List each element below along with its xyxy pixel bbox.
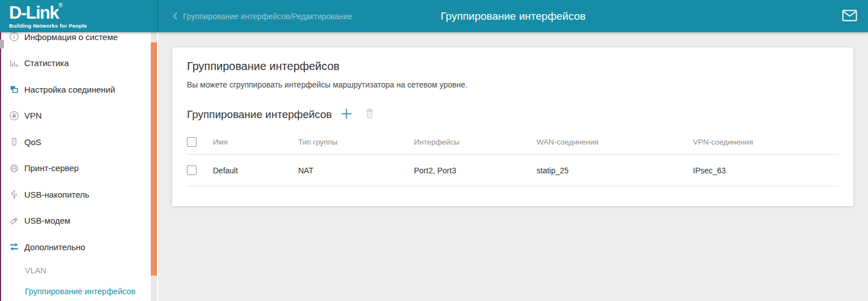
- top-header-bar: D-Link® Building Networks for People Гру…: [0, 0, 868, 32]
- select-all-cell: [187, 137, 213, 147]
- registered-mark: ®: [58, 2, 62, 8]
- sidebar-subitem-vlan[interactable]: VLAN: [0, 260, 158, 281]
- sidebar-item-system-info[interactable]: Информация о системе: [0, 32, 158, 50]
- table-header-row: Имя Тип группы Интерфейсы WAN-соединения…: [187, 130, 839, 155]
- breadcrumb-label: Группирование интерфейсов/Редактирование: [183, 12, 352, 21]
- delete-group-button[interactable]: [364, 108, 375, 121]
- row-checkbox[interactable]: [187, 165, 197, 175]
- sidebar-item-connection-setup[interactable]: Настройка соединений: [0, 76, 158, 103]
- brand-tagline: Building Networks for People: [9, 23, 158, 29]
- left-edge-strip: [0, 32, 1, 301]
- sidebar-item-print-server[interactable]: Принт-сервер: [0, 155, 158, 182]
- cell-group-type: NAT: [298, 166, 414, 175]
- section-title: Группирование интерфейсов: [187, 108, 332, 121]
- sidebar-item-label: QoS: [24, 137, 41, 147]
- select-all-checkbox[interactable]: [187, 137, 197, 147]
- sidebar-subitem-interface-grouping[interactable]: Группирование интерфейсов: [0, 281, 158, 301]
- breadcrumb-back-link[interactable]: Группирование интерфейсов/Редактирование: [169, 0, 356, 32]
- sidebar-scrollbar-track[interactable]: [151, 32, 157, 301]
- trash-icon: [364, 108, 375, 121]
- sidebar-item-vpn[interactable]: VPN: [0, 103, 158, 129]
- column-header-vpn-connections: VPN-соединения: [693, 138, 839, 146]
- sidebar-item-label: USB-модем: [24, 216, 71, 225]
- chevron-left-icon: [173, 12, 178, 20]
- sidebar: Информация о системе Статистика Нас: [0, 32, 158, 301]
- column-header-wan-connections: WAN-соединения: [536, 138, 693, 146]
- header-main-area: Группирование интерфейсов/Редактирование…: [158, 0, 868, 32]
- sidebar-item-usb-storage[interactable]: USB-накопитель: [0, 181, 158, 208]
- sidebar-item-advanced[interactable]: Дополнительно: [0, 234, 158, 260]
- info-circle-icon: [9, 32, 19, 42]
- envelope-icon: [842, 10, 857, 23]
- sidebar-item-qos[interactable]: QoS: [0, 129, 158, 155]
- sidebar-item-label: Дополнительно: [24, 242, 85, 252]
- sidebar-item-label: Статистика: [24, 58, 69, 68]
- sidebar-scrollbar-thumb[interactable]: [151, 42, 157, 276]
- connections-icon: [9, 84, 19, 94]
- sidebar-item-label: VPN: [24, 111, 42, 120]
- cell-wan-connections: statip_25: [536, 166, 693, 175]
- row-select-cell: [187, 165, 213, 175]
- main-content-area: Группирование интерфейсов Вы можете сгру…: [158, 32, 868, 301]
- cell-vpn-connections: IPsec_63: [693, 166, 839, 175]
- table-row[interactable]: Default NAT Port2, Port3 statip_25 IPsec…: [187, 155, 839, 186]
- dlink-logo: D-Link® Building Networks for People: [0, 0, 158, 32]
- bar-chart-icon: [9, 58, 19, 68]
- cell-name: Default: [213, 166, 298, 175]
- column-header-name: Имя: [213, 138, 298, 146]
- sidebar-menu: Информация о системе Статистика Нас: [0, 32, 158, 301]
- arrows-exchange-icon: [9, 242, 19, 252]
- plus-icon: [340, 107, 353, 122]
- sidebar-item-label: Настройка соединений: [24, 85, 115, 94]
- sidebar-item-label: Информация о системе: [24, 32, 118, 42]
- interface-grouping-card: Группирование интерфейсов Вы можете сгру…: [172, 47, 853, 206]
- column-header-interfaces: Интерфейсы: [414, 138, 536, 146]
- sidebar-subitem-label: VLAN: [25, 266, 46, 275]
- sidebar-item-label: Принт-сервер: [24, 163, 78, 173]
- column-header-group-type: Тип группы: [298, 138, 414, 146]
- usb-icon: [9, 189, 19, 199]
- sidebar-item-label: USB-накопитель: [24, 190, 89, 199]
- usb-drive-icon: [9, 216, 19, 226]
- sidebar-subitem-label: Группирование интерфейсов: [25, 287, 136, 296]
- router-admin-app: D-Link® Building Networks for People Гру…: [0, 0, 868, 301]
- sidebar-item-usb-modem[interactable]: USB-модем: [0, 208, 158, 234]
- card-title: Группирование интерфейсов: [187, 59, 839, 73]
- printer-icon: [9, 163, 19, 173]
- table-section-header: Группирование интерфейсов: [187, 107, 839, 122]
- mail-button[interactable]: [841, 8, 858, 24]
- edge-pull-tab[interactable]: [0, 40, 4, 49]
- cell-interfaces: Port2, Port3: [414, 166, 536, 175]
- add-group-button[interactable]: [340, 107, 353, 122]
- brand-name: D-Link®: [9, 4, 158, 21]
- sidebar-item-statistics[interactable]: Статистика: [0, 50, 158, 77]
- brand-text: D-Link: [9, 3, 58, 23]
- card-description: Вы можете сгруппировать интерфейсы маршр…: [187, 80, 839, 90]
- lock-circle-icon: [9, 111, 19, 121]
- qos-icon: [9, 137, 19, 147]
